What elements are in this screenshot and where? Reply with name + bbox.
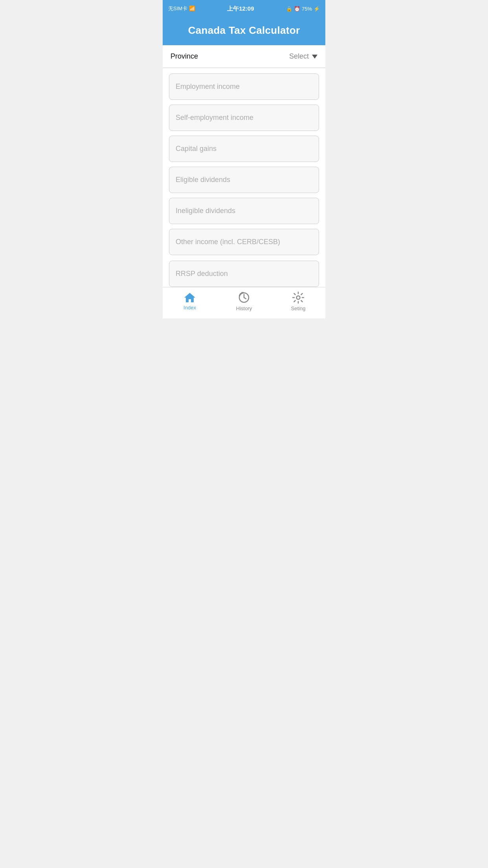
inputs-container [163, 68, 325, 261]
svg-point-3 [297, 296, 300, 300]
bottom-nav: Index History Seting [163, 287, 325, 318]
province-select[interactable]: Select [289, 52, 317, 61]
capital-gains-input[interactable] [169, 136, 319, 162]
status-time: 上午12:09 [227, 5, 254, 13]
province-placeholder: Select [289, 52, 309, 61]
status-bar: 无SIM卡 📶 上午12:09 🔒 ⏰ 75% ⚡ [163, 0, 325, 17]
rrsp-deduction-placeholder: RRSP deduction [176, 270, 228, 278]
main-content: Province Select RRSP deduction [163, 45, 325, 287]
other-income-input[interactable] [169, 229, 319, 255]
dropdown-arrow-icon [312, 55, 317, 59]
nav-item-history[interactable]: History [228, 291, 260, 311]
alarm-icon: ⏰ [294, 6, 300, 12]
rrsp-deduction-field-partial: RRSP deduction [169, 261, 319, 287]
nav-label-index: Index [183, 305, 196, 311]
nav-label-history: History [236, 305, 252, 311]
app-header: Canada Tax Calculator [163, 17, 325, 45]
employment-income-input[interactable] [169, 74, 319, 100]
home-icon [183, 292, 196, 303]
history-icon [238, 291, 250, 304]
province-label: Province [171, 52, 289, 61]
ineligible-dividends-input[interactable] [169, 198, 319, 224]
eligible-dividends-input[interactable] [169, 167, 319, 193]
battery-icon: ⚡ [314, 6, 320, 12]
lock-icon: 🔒 [286, 6, 292, 12]
svg-marker-0 [184, 293, 195, 302]
status-left: 无SIM卡 📶 [168, 5, 195, 12]
self-employment-income-input[interactable] [169, 105, 319, 131]
settings-icon [292, 291, 305, 304]
nav-item-index[interactable]: Index [174, 292, 205, 311]
nav-label-setting: Seting [291, 305, 306, 311]
status-right: 🔒 ⏰ 75% ⚡ [286, 6, 320, 12]
app-title: Canada Tax Calculator [169, 24, 319, 37]
nav-item-setting[interactable]: Seting [283, 291, 314, 311]
province-row: Province Select [163, 45, 325, 68]
